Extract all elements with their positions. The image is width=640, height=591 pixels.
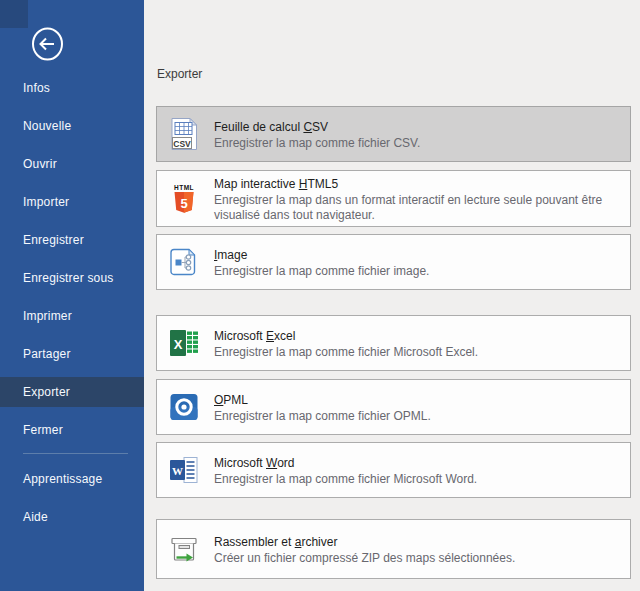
- archive-icon: [167, 532, 201, 566]
- export-option-title: Microsoft Excel: [214, 329, 295, 343]
- export-option-description: Enregistrer la map comme fichier OPML.: [214, 409, 622, 424]
- sidebar-item-ouvrir[interactable]: Ouvrir: [0, 149, 144, 179]
- export-option-texts: Image Enregistrer la map comme fichier i…: [214, 245, 622, 279]
- export-option-opml[interactable]: OPML Enregistrer la map comme fichier OP…: [156, 379, 631, 435]
- sidebar-item-infos[interactable]: Infos: [0, 73, 144, 103]
- export-option-title: Feuille de calcul CSV: [214, 120, 328, 134]
- export-option-texts: Map interactive HTML5 Enregistrer la map…: [214, 174, 622, 223]
- export-option-texts: OPML Enregistrer la map comme fichier OP…: [214, 390, 622, 424]
- svg-text:CSV: CSV: [173, 139, 191, 149]
- export-option-word[interactable]: W Microsoft Word Enregistrer la map comm…: [156, 442, 631, 498]
- sidebar-item-fermer[interactable]: Fermer: [0, 415, 144, 445]
- export-option-title: OPML: [214, 393, 248, 407]
- sidebar-item-apprentissage[interactable]: Apprentissage: [0, 464, 144, 494]
- export-option-texts: Feuille de calcul CSV Enregistrer la map…: [214, 117, 622, 151]
- export-option-html5[interactable]: HTML 5 Map interactive HTML5 Enregistrer…: [156, 170, 631, 227]
- export-option-title: Microsoft Word: [214, 456, 294, 470]
- svg-text:5: 5: [180, 195, 187, 210]
- export-option-pack-and-go[interactable]: Rassembler et archiver Créer un fichier …: [156, 519, 631, 579]
- export-option-title: Image: [214, 248, 247, 262]
- export-option-texts: Rassembler et archiver Créer un fichier …: [214, 532, 622, 566]
- backstage-view: Infos Nouvelle Ouvrir Importer Enregistr…: [0, 0, 640, 591]
- export-pane: Exporter CSV Feuille de calcul CSV: [144, 0, 640, 591]
- export-option-description: Créer un fichier compressé ZIP des maps …: [214, 551, 622, 566]
- svg-text:X: X: [174, 337, 183, 352]
- sidebar-item-enregistrer[interactable]: Enregistrer: [0, 225, 144, 255]
- sidebar-item-importer[interactable]: Importer: [0, 187, 144, 217]
- export-option-excel[interactable]: X Microsoft Excel Enregistrer la map com…: [156, 315, 631, 371]
- export-option-description: Enregistrer la map dans un format intera…: [214, 193, 622, 223]
- sidebar-item-partager[interactable]: Partager: [0, 339, 144, 369]
- export-option-description: Enregistrer la map comme fichier image.: [214, 264, 622, 279]
- sidebar-nav: Infos Nouvelle Ouvrir Importer Enregistr…: [0, 73, 144, 540]
- sidebar: Infos Nouvelle Ouvrir Importer Enregistr…: [0, 0, 144, 591]
- sidebar-item-imprimer[interactable]: Imprimer: [0, 301, 144, 331]
- svg-text:W: W: [172, 465, 183, 477]
- export-option-description: Enregistrer la map comme fichier Microso…: [214, 472, 622, 487]
- export-options-list: CSV Feuille de calcul CSV Enregistrer la…: [156, 106, 631, 579]
- export-option-csv[interactable]: CSV Feuille de calcul CSV Enregistrer la…: [156, 106, 631, 162]
- sidebar-item-nouvelle[interactable]: Nouvelle: [0, 111, 144, 141]
- export-option-description: Enregistrer la map comme fichier CSV.: [214, 136, 622, 151]
- word-icon: W: [167, 453, 201, 487]
- page-title: Exporter: [157, 67, 631, 82]
- opml-icon: [167, 390, 201, 424]
- back-button[interactable]: [31, 27, 64, 61]
- csv-file-icon: CSV: [167, 117, 201, 151]
- export-option-image[interactable]: Image Enregistrer la map comme fichier i…: [156, 234, 631, 290]
- export-option-title: Map interactive HTML5: [214, 177, 338, 191]
- sidebar-divider: [23, 453, 128, 454]
- svg-text:HTML: HTML: [174, 183, 194, 190]
- html5-icon: HTML 5: [167, 182, 201, 216]
- export-option-description: Enregistrer la map comme fichier Microso…: [214, 345, 622, 360]
- back-arrow-icon: [31, 49, 64, 64]
- export-option-title: Rassembler et archiver: [214, 535, 337, 549]
- app-corner: [0, 0, 28, 28]
- export-option-texts: Microsoft Word Enregistrer la map comme …: [214, 453, 622, 487]
- sidebar-item-enregistrer-sous[interactable]: Enregistrer sous: [0, 263, 144, 293]
- image-file-icon: [167, 245, 201, 279]
- excel-icon: X: [167, 326, 201, 360]
- sidebar-item-aide[interactable]: Aide: [0, 502, 144, 532]
- export-option-texts: Microsoft Excel Enregistrer la map comme…: [214, 326, 622, 360]
- sidebar-item-exporter[interactable]: Exporter: [0, 377, 144, 407]
